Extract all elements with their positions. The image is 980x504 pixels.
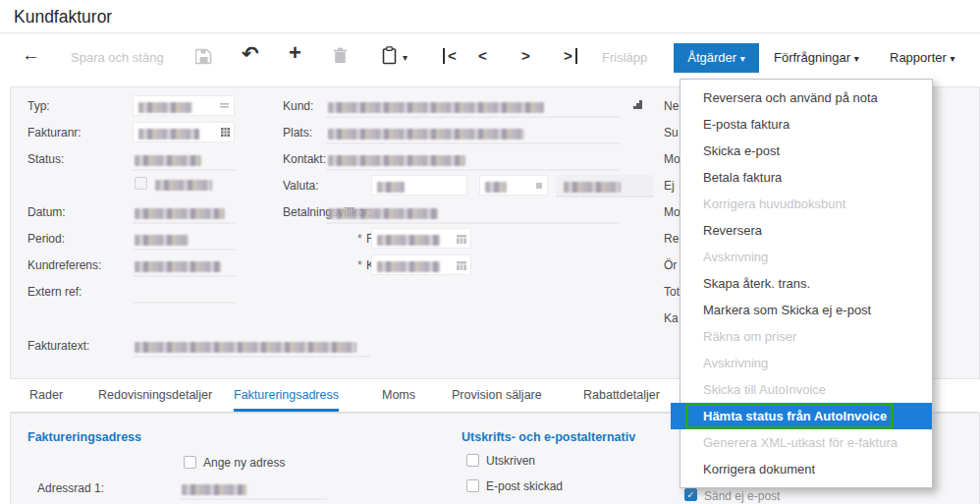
tab-redovisningsdetaljer[interactable]: Redovisningsdetaljer xyxy=(98,388,212,409)
fakturatext-value[interactable] xyxy=(133,335,370,358)
menu-item-korrigera-dokument[interactable]: Korrigera dokument xyxy=(681,456,932,482)
valuta-view-value[interactable] xyxy=(556,175,654,197)
tab-rabattdetaljer[interactable]: Rabattdetaljer xyxy=(583,388,660,409)
field-tot-label-clipped: Tot xyxy=(664,285,680,299)
page-title: Kundfakturor xyxy=(14,7,112,28)
valuta-rate-input[interactable] xyxy=(479,175,548,196)
dont-email-checkbox[interactable]: ✓ xyxy=(684,488,697,501)
fakturanr-input[interactable] xyxy=(133,122,235,142)
paste-icon[interactable] xyxy=(382,46,397,65)
kundreferens-value[interactable] xyxy=(133,254,237,277)
menu-item-markera-som-skicka-ej-epost[interactable]: Markera som Skicka ej e-post xyxy=(681,297,932,323)
required-marker: * xyxy=(357,258,362,272)
kontakt-value[interactable] xyxy=(326,148,621,171)
datum-value[interactable] xyxy=(133,201,237,224)
dont-email-label: Sänd ej e-post xyxy=(704,489,780,503)
menu-item-reversera[interactable]: Reversera xyxy=(681,217,932,244)
status-flag-checkbox[interactable] xyxy=(135,177,147,190)
kund-value[interactable] xyxy=(326,95,621,118)
menu-item-reversera-och-anvand[interactable]: Reversera och använd på nota xyxy=(681,84,932,111)
inquiries-label: Förfrågningar xyxy=(774,50,850,65)
reports-caret-icon: ▾ xyxy=(950,53,954,64)
actions-button-label: Åtgärder xyxy=(687,50,736,65)
last-record-icon[interactable]: > xyxy=(564,48,577,64)
inquiries-button[interactable]: Förfrågningar ▾ xyxy=(774,50,859,65)
menu-item-betala-faktura[interactable]: Betala faktura xyxy=(681,164,932,191)
valuta-code-input[interactable] xyxy=(371,175,467,196)
paste-caret-icon[interactable]: ▾ xyxy=(403,52,408,63)
release-button[interactable]: Frisläpp xyxy=(602,50,647,65)
menu-item-korrigera-huvudboksbunt: Korrigera huvudboksbunt xyxy=(681,191,932,217)
field-re-label-clipped: Re xyxy=(664,232,679,246)
field-status-label: Status: xyxy=(27,152,64,166)
field-kontakt-label: Kontakt: xyxy=(283,152,326,166)
save-and-close-button[interactable]: Spara och stäng xyxy=(71,50,164,65)
status-value xyxy=(133,148,237,171)
field-valuta-label: Valuta: xyxy=(283,179,318,193)
address-line1-input[interactable] xyxy=(180,477,327,500)
menu-item-hamta-status-fran-autoinvoice[interactable]: Hämta status från AutoInvoice xyxy=(671,403,932,429)
typ-input[interactable] xyxy=(133,95,235,116)
field-netto-label-clipped: Ne xyxy=(664,99,679,113)
field-ka-label-clipped: Ka xyxy=(664,311,679,325)
print-options-heading: Utskrifts- och e-postalternativ xyxy=(462,430,635,444)
check-icon: ✓ xyxy=(686,489,694,500)
plats-value[interactable] xyxy=(326,122,621,144)
field-plats-label: Plats: xyxy=(283,126,312,140)
field-ore-label-clipped: Ör xyxy=(664,258,677,272)
field-moms-label-clipped: Mo xyxy=(664,152,681,166)
kassarab-datum-input[interactable] xyxy=(371,254,471,275)
new-address-checkbox[interactable] xyxy=(184,456,196,469)
extern-ref-input[interactable] xyxy=(133,281,237,304)
calendar-icon xyxy=(457,235,466,244)
field-extern-ref-label: Extern ref: xyxy=(27,285,82,299)
actions-caret-icon: ▾ xyxy=(740,53,745,64)
next-record-icon[interactable]: > xyxy=(521,48,530,64)
menu-item-avskrivning-1: Avskrivning xyxy=(681,244,932,270)
field-kundreferens-label: Kundreferens: xyxy=(27,258,101,272)
add-icon[interactable]: + xyxy=(289,43,301,63)
menu-item-generera-xml-utkast: Generera XML-utkast för e-faktura xyxy=(681,429,932,456)
field-ej-label-clipped: Ej xyxy=(664,179,675,193)
menu-item-skicka-epost[interactable]: Skicka e-post xyxy=(681,138,932,164)
address-line1-label: Adressrad 1: xyxy=(37,481,104,495)
reports-label: Rapporter xyxy=(890,50,947,65)
reports-button[interactable]: Rapporter ▾ xyxy=(890,50,954,65)
save-icon[interactable] xyxy=(195,48,212,65)
field-summa-label-clipped: Su xyxy=(664,126,679,140)
tab-rader[interactable]: Rader xyxy=(29,388,63,409)
field-datum-label: Datum: xyxy=(27,205,66,219)
required-marker: * xyxy=(357,232,362,246)
back-icon[interactable]: ← xyxy=(22,45,40,65)
first-record-icon[interactable]: < xyxy=(443,48,457,64)
email-sent-checkbox[interactable] xyxy=(466,479,479,492)
previous-record-icon[interactable]: < xyxy=(478,48,487,64)
forfallodatum-input[interactable] xyxy=(371,228,471,249)
field-period-label: Period: xyxy=(27,232,65,246)
lookup-icon xyxy=(221,128,230,137)
delete-icon[interactable] xyxy=(333,47,348,64)
customer-link-icon[interactable] xyxy=(632,99,643,110)
header-divider xyxy=(0,32,980,33)
field-moms2-label-clipped: Mo xyxy=(664,205,681,219)
menu-item-skapa-aterk-trans[interactable]: Skapa återk. trans. xyxy=(681,270,932,297)
betalningsvillkor-value[interactable] xyxy=(326,201,621,224)
undo-icon[interactable]: ↶ xyxy=(242,44,259,64)
selector-icon xyxy=(536,183,542,189)
menu-item-avskrivning-2: Avskrivning xyxy=(681,350,932,376)
menu-item-eposta-faktura[interactable]: E-posta faktura xyxy=(681,111,932,138)
menu-item-rakna-om-priser: Räkna om priser xyxy=(681,323,932,350)
inquiries-caret-icon: ▾ xyxy=(854,53,859,64)
field-kund-label: Kund: xyxy=(283,99,313,113)
actions-button[interactable]: Åtgärder ▾ xyxy=(674,43,759,73)
field-fakturatext-label: Fakturatext: xyxy=(27,339,89,353)
tab-moms[interactable]: Moms xyxy=(382,388,415,409)
new-address-label: Ange ny adress xyxy=(203,456,285,470)
calendar-icon xyxy=(457,261,466,270)
tab-provision-saljare[interactable]: Provision säljare xyxy=(452,388,542,409)
actions-menu: Reversera och använd på nota E-posta fak… xyxy=(680,79,933,488)
tab-faktureringsadress[interactable]: Faktureringsadress xyxy=(234,388,339,412)
period-value[interactable] xyxy=(133,228,237,251)
printed-checkbox[interactable] xyxy=(466,454,479,467)
billing-address-heading: Faktureringsadress xyxy=(27,430,141,444)
